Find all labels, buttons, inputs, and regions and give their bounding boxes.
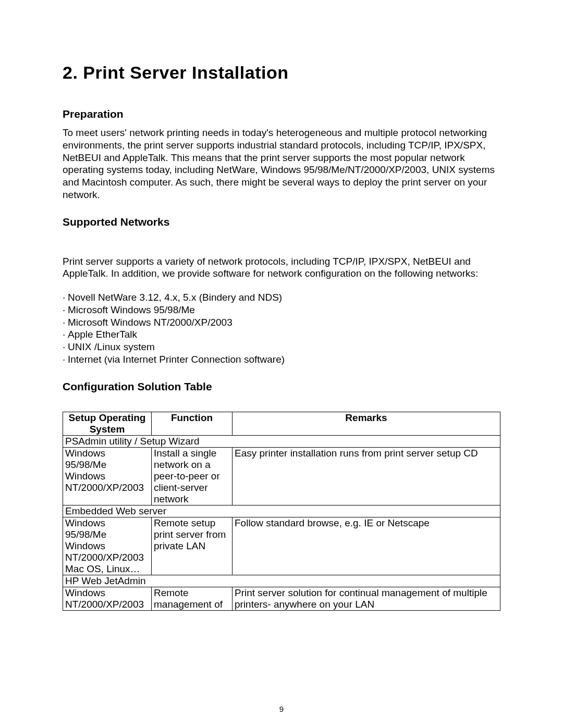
cell-os: Windows 95/98/Me Windows NT/2000/XP/2003… (63, 517, 152, 575)
section-heading-supported-networks: Supported Networks (63, 216, 500, 228)
list-item: Microsoft Windows NT/2000/XP/2003 (63, 316, 500, 329)
table-row: Windows 95/98/Me Windows NT/2000/XP/2003… (63, 447, 500, 505)
cell-function: Install a single network on a peer-to-pe… (152, 447, 232, 505)
page-number: 9 (0, 705, 563, 713)
table-row: Windows 95/98/Me Windows NT/2000/XP/2003… (63, 517, 500, 575)
table-group-row: Embedded Web server (63, 505, 500, 517)
table-group-row: PSAdmin utility / Setup Wizard (63, 435, 500, 447)
cell-os: Windows NT/2000/XP/2003 (63, 587, 152, 610)
chapter-title: 2. Print Server Installation (63, 63, 500, 83)
list-item: Apple EtherTalk (63, 328, 500, 341)
section-heading-config-table: Configuration Solution Table (63, 380, 500, 393)
supported-networks-list: Novell NetWare 3.12, 4.x, 5.x (Bindery a… (63, 291, 500, 366)
list-item: Microsoft Windows 95/98/Me (63, 304, 500, 316)
cell-remarks: Print server solution for continual mana… (232, 587, 500, 610)
list-item: UNIX /Linux system (63, 341, 500, 353)
configuration-solution-table: Setup Operating System Function Remarks … (63, 412, 500, 611)
list-item: Novell NetWare 3.12, 4.x, 5.x (Bindery a… (63, 291, 500, 304)
cell-remarks: Follow standard browse, e.g. IE or Netsc… (232, 517, 500, 575)
cell-remarks: Easy printer installation runs from prin… (232, 447, 500, 505)
group-title: Embedded Web server (63, 505, 500, 517)
spacer (63, 235, 500, 255)
cell-function: Remote management of (152, 587, 232, 610)
table-group-row: HP Web JetAdmin (63, 575, 500, 587)
cell-os: Windows 95/98/Me Windows NT/2000/XP/2003 (63, 447, 152, 505)
supported-networks-body: Print server supports a variety of netwo… (63, 255, 500, 280)
section-heading-preparation: Preparation (63, 108, 500, 120)
preparation-body: To meet users' network printing needs in… (63, 127, 500, 201)
table-header-row: Setup Operating System Function Remarks (63, 412, 500, 435)
group-title: PSAdmin utility / Setup Wizard (63, 435, 500, 447)
group-title: HP Web JetAdmin (63, 575, 500, 587)
th-remarks: Remarks (232, 412, 500, 435)
page: 2. Print Server Installation Preparation… (0, 0, 563, 728)
cell-function: Remote setup print server from private L… (152, 517, 232, 575)
th-setup-os: Setup Operating System (63, 412, 152, 435)
list-item: Internet (via Internet Printer Connectio… (63, 353, 500, 366)
table-row: Windows NT/2000/XP/2003 Remote managemen… (63, 587, 500, 610)
th-function: Function (152, 412, 232, 435)
